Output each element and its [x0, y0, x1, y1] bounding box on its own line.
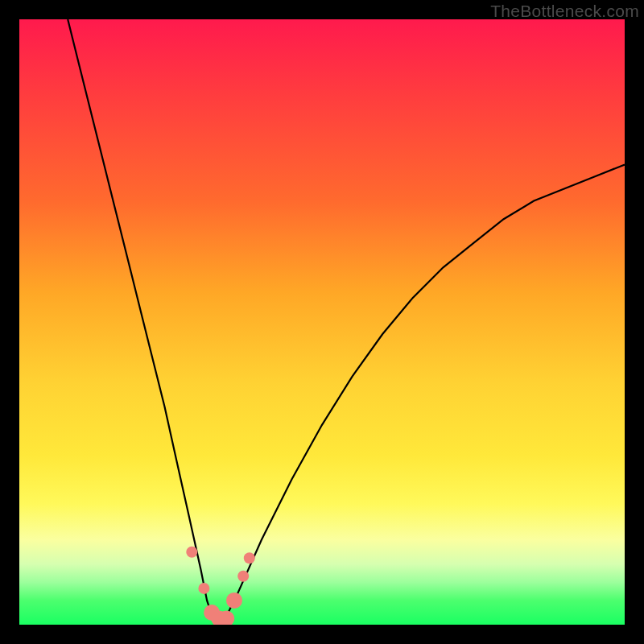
watermark-label: TheBottleneck.com	[490, 2, 639, 21]
chart-frame	[19, 19, 625, 625]
chart-background-gradient	[19, 19, 625, 625]
